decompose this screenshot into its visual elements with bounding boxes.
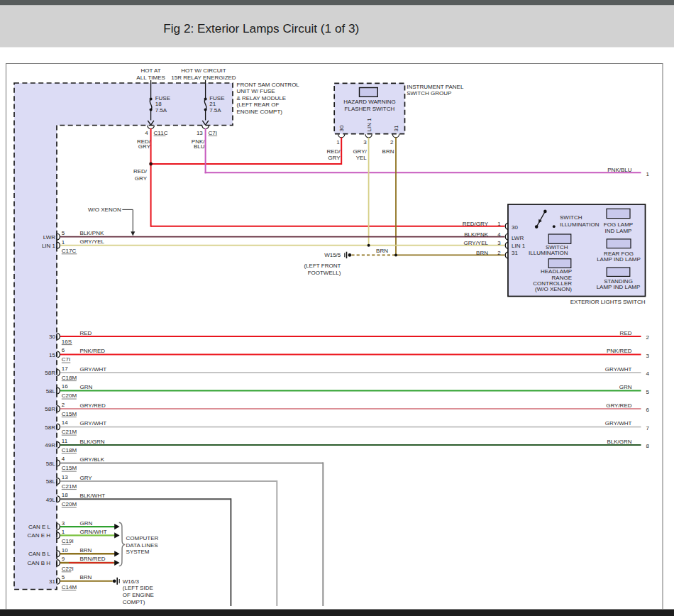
svg-text:3: 3 xyxy=(497,240,501,246)
svg-text:1: 1 xyxy=(336,139,340,145)
svg-text:13: 13 xyxy=(62,474,68,480)
svg-text:C18M: C18M xyxy=(62,375,77,381)
svg-text:C15M: C15M xyxy=(62,411,77,417)
svg-text:C11C: C11C xyxy=(154,130,168,136)
svg-text:BRN: BRN xyxy=(376,248,388,254)
svg-text:9: 9 xyxy=(62,556,65,562)
svg-text:7.5A: 7.5A xyxy=(155,107,167,114)
svg-text:COMPT): COMPT) xyxy=(123,599,145,605)
svg-text:RED/: RED/ xyxy=(133,168,148,175)
svg-text:(LEFT REAR OF: (LEFT REAR OF xyxy=(237,101,280,108)
svg-text:(W/O XENON): (W/O XENON) xyxy=(535,286,572,292)
svg-text:31: 31 xyxy=(512,250,518,256)
svg-text:15R RELAY ENERGIZED: 15R RELAY ENERGIZED xyxy=(171,75,236,81)
svg-text:1: 1 xyxy=(646,171,650,177)
svg-text:5: 5 xyxy=(646,389,650,395)
svg-text:5: 5 xyxy=(62,574,65,581)
svg-text:IND LAMP: IND LAMP xyxy=(605,228,632,234)
svg-text:11: 11 xyxy=(62,438,68,444)
svg-text:2: 2 xyxy=(646,334,650,341)
svg-text:C21M: C21M xyxy=(62,483,77,490)
svg-text:ENGINE COMPT): ENGINE COMPT) xyxy=(237,109,283,115)
svg-text:GRY/RED: GRY/RED xyxy=(80,402,106,409)
svg-text:30: 30 xyxy=(49,334,55,340)
svg-text:17: 17 xyxy=(62,365,68,372)
svg-text:BLK/GRN: BLK/GRN xyxy=(80,439,105,445)
svg-text:18: 18 xyxy=(62,492,68,498)
svg-text:BRN: BRN xyxy=(476,250,488,256)
svg-text:ILLUMINATION: ILLUMINATION xyxy=(529,250,568,256)
svg-text:58R: 58R xyxy=(45,370,55,376)
svg-text:2: 2 xyxy=(497,250,501,256)
svg-text:GRN: GRN xyxy=(619,384,632,390)
svg-text:C20M: C20M xyxy=(62,501,77,507)
svg-text:SYSTEM: SYSTEM xyxy=(126,549,150,555)
svg-text:C17C: C17C xyxy=(62,248,77,254)
svg-text:3: 3 xyxy=(646,353,650,359)
svg-text:SWITCH GROUP: SWITCH GROUP xyxy=(407,90,451,97)
svg-text:6: 6 xyxy=(646,407,650,413)
svg-text:LAMP IND LAMP: LAMP IND LAMP xyxy=(597,256,641,263)
svg-text:LIN 1: LIN 1 xyxy=(366,118,372,132)
svg-text:CAN E L: CAN E L xyxy=(28,524,51,530)
svg-text:1: 1 xyxy=(62,239,65,246)
svg-text:GRY/WHT: GRY/WHT xyxy=(605,420,632,427)
svg-text:BRN: BRN xyxy=(382,148,394,155)
svg-text:31: 31 xyxy=(49,578,55,585)
svg-text:C21M: C21M xyxy=(62,429,77,435)
svg-text:PNK/BLU: PNK/BLU xyxy=(607,167,631,173)
svg-text:CAN B L: CAN B L xyxy=(28,551,51,557)
svg-text:3: 3 xyxy=(62,520,65,527)
svg-text:2: 2 xyxy=(390,139,394,145)
svg-text:(LEFT FRONT: (LEFT FRONT xyxy=(304,263,341,269)
svg-text:3: 3 xyxy=(363,139,367,145)
svg-text:4: 4 xyxy=(497,231,501,238)
svg-text:58R: 58R xyxy=(45,424,55,431)
svg-text:58L: 58L xyxy=(46,461,56,467)
svg-text:GRY: GRY xyxy=(135,175,148,182)
svg-text:58L: 58L xyxy=(46,478,56,485)
svg-text:W16/3: W16/3 xyxy=(123,578,140,585)
svg-text:W/O XENON: W/O XENON xyxy=(88,207,121,213)
svg-text:58R: 58R xyxy=(45,406,55,412)
svg-text:BLK/WHT: BLK/WHT xyxy=(80,493,106,499)
svg-text:10: 10 xyxy=(62,547,68,554)
svg-text:16: 16 xyxy=(62,383,68,390)
svg-text:C7I: C7I xyxy=(209,130,217,136)
svg-text:4: 4 xyxy=(646,370,650,377)
svg-text:13: 13 xyxy=(197,130,203,136)
svg-text:C19I: C19I xyxy=(62,538,74,544)
svg-text:2: 2 xyxy=(62,402,65,408)
svg-text:FLASHER SWITCH: FLASHER SWITCH xyxy=(345,106,395,112)
svg-text:6: 6 xyxy=(62,347,65,353)
svg-text:GRY: GRY xyxy=(328,155,341,161)
svg-text:UNIT W/ FUSE: UNIT W/ FUSE xyxy=(237,88,275,94)
svg-text:GRN: GRN xyxy=(80,520,93,527)
svg-text:& RELAY MODULE: & RELAY MODULE xyxy=(237,95,287,101)
svg-text:C20M: C20M xyxy=(62,392,77,399)
svg-text:31: 31 xyxy=(393,125,399,131)
svg-text:RED: RED xyxy=(80,330,92,336)
svg-text:4: 4 xyxy=(62,456,65,462)
svg-text:GRN/WHT: GRN/WHT xyxy=(80,529,107,535)
svg-text:RED: RED xyxy=(620,330,632,336)
svg-text:GRY: GRY xyxy=(138,143,151,150)
svg-text:1: 1 xyxy=(497,221,501,227)
svg-text:GRY/WHT: GRY/WHT xyxy=(80,420,107,427)
svg-text:GRN: GRN xyxy=(80,384,93,390)
svg-text:BLK/PNK: BLK/PNK xyxy=(80,230,104,236)
svg-text:LWR: LWR xyxy=(43,234,55,241)
svg-text:COMPUTER: COMPUTER xyxy=(126,535,159,541)
svg-text:C7I: C7I xyxy=(62,356,70,363)
svg-text:1: 1 xyxy=(62,529,65,535)
svg-text:BRN: BRN xyxy=(80,547,92,554)
svg-text:LAMP IND LAMP: LAMP IND LAMP xyxy=(597,284,641,290)
svg-text:PNK/RED: PNK/RED xyxy=(80,348,106,354)
svg-text:YEL: YEL xyxy=(356,155,368,161)
svg-text:HOT W/ CIRCUIT: HOT W/ CIRCUIT xyxy=(181,67,226,74)
svg-text:SWITCH: SWITCH xyxy=(560,214,582,221)
svg-text:GRY/RED: GRY/RED xyxy=(606,402,632,409)
svg-text:BLK/PNK: BLK/PNK xyxy=(464,231,488,238)
svg-text:C14M: C14M xyxy=(62,584,77,590)
svg-text:W15/5: W15/5 xyxy=(324,252,341,258)
